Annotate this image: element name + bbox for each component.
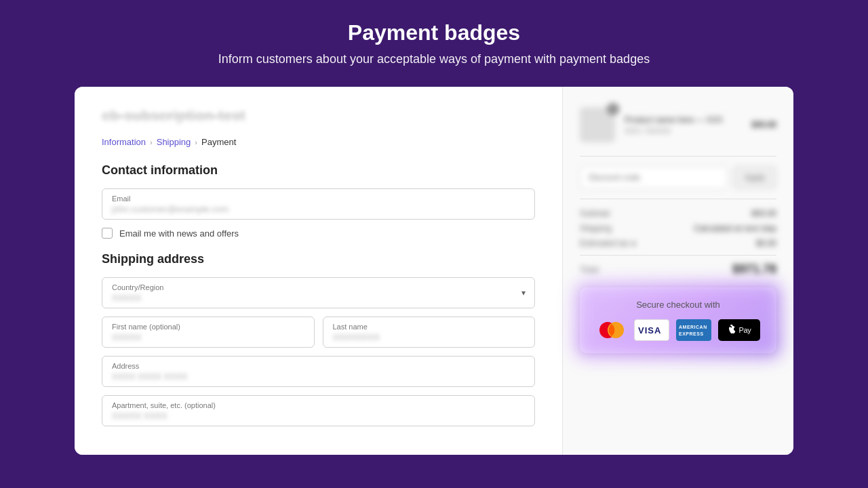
- product-sub: XXX / XXXXX: [625, 127, 742, 135]
- email-label: Email: [112, 195, 525, 203]
- svg-text:AMERICAN: AMERICAN: [679, 325, 707, 329]
- divider-1: [580, 156, 776, 157]
- apt-label: Apartment, suite, etc. (optional): [112, 401, 525, 409]
- quantity-badge: 1: [607, 103, 619, 115]
- applepay-badge: Pay: [718, 319, 760, 341]
- email-input-wrapper[interactable]: Email john.customer@example.com: [102, 188, 535, 220]
- page-header: Payment badges Inform customers about yo…: [218, 20, 650, 66]
- product-details: Product name here — XXX XXX / XXXXX: [625, 115, 742, 135]
- chevron-down-icon: ▾: [521, 288, 526, 298]
- order-summary-panel: 1 Product name here — XXX XXX / XXXXX $0…: [563, 87, 793, 455]
- shipping-section-title: Shipping address: [102, 252, 535, 266]
- breadcrumb-payment: Payment: [201, 137, 236, 147]
- country-select[interactable]: Country/Region XXXXX: [102, 277, 535, 308]
- discount-apply-button[interactable]: Apply: [733, 166, 776, 189]
- firstname-input[interactable]: First name (optional) XXXXX: [102, 317, 315, 348]
- store-name: cb-subscription-test: [102, 107, 535, 125]
- page-title: Payment badges: [218, 20, 650, 45]
- total-value: $971.78: [732, 262, 776, 277]
- tax-value: $0.00: [756, 239, 776, 248]
- apt-input[interactable]: Apartment, suite, etc. (optional) XXXXX …: [102, 395, 535, 426]
- newsletter-row: Email me with news and offers: [102, 228, 535, 239]
- product-price: $00.00: [751, 120, 776, 129]
- breadcrumb-information[interactable]: Information: [102, 137, 146, 147]
- shipping-value: Calculated at next step: [694, 224, 776, 233]
- email-group: Email john.customer@example.com: [102, 188, 535, 220]
- breadcrumb-sep-2: ›: [195, 138, 197, 146]
- address-input[interactable]: Address XXXX XXXX XXXX: [102, 356, 535, 387]
- payment-badges: VISA AMERICAN EXPRESS Pay: [593, 319, 763, 341]
- country-value: XXXXX: [112, 293, 141, 303]
- summary-tax-row: Estimated tax ● $0.00: [580, 239, 776, 248]
- subtotal-label: Subtotal: [580, 209, 610, 218]
- shipping-label: Shipping: [580, 224, 612, 233]
- discount-input[interactable]: [580, 166, 728, 189]
- lastname-label: Last name: [333, 323, 526, 331]
- divider-2: [580, 199, 776, 199]
- breadcrumb: Information › Shipping › Payment: [102, 137, 535, 147]
- product-name: Product name here — XXX: [625, 115, 742, 125]
- page-subtitle: Inform customers about your acceptable w…: [218, 52, 650, 66]
- summary-subtotal-row: Subtotal $00.00: [580, 209, 776, 218]
- address-group: Address XXXX XXXX XXXX: [102, 356, 535, 387]
- address-label: Address: [112, 362, 525, 370]
- address-value: XXXX XXXX XXXX: [112, 371, 187, 382]
- subtotal-value: $00.00: [751, 209, 776, 218]
- email-value: john.customer@example.com: [112, 204, 229, 214]
- discount-row: Apply: [580, 166, 776, 189]
- apt-value: XXXXX XXXX: [112, 411, 167, 421]
- firstname-group: First name (optional) XXXXX: [102, 317, 315, 348]
- breadcrumb-sep-1: ›: [150, 138, 153, 146]
- country-label: Country/Region: [112, 283, 525, 291]
- product-image: 1: [580, 107, 615, 142]
- firstname-label: First name (optional): [112, 323, 304, 331]
- svg-text:EXPRESS: EXPRESS: [679, 331, 704, 336]
- applepay-label: Pay: [738, 326, 751, 334]
- country-select-wrapper: Country/Region XXXXX ▾: [102, 277, 535, 308]
- breadcrumb-shipping[interactable]: Shipping: [157, 137, 191, 147]
- lastname-value: XXXXXXXX: [333, 332, 380, 342]
- secure-checkout-title: Secure checkout with: [593, 300, 763, 310]
- total-label: Total: [580, 264, 598, 274]
- main-container: cb-subscription-test Information › Shipp…: [75, 87, 793, 455]
- summary-total-row: Total $971.78: [580, 255, 776, 277]
- checkout-form-panel: cb-subscription-test Information › Shipp…: [75, 87, 563, 455]
- contact-section-title: Contact information: [102, 163, 535, 178]
- firstname-value: XXXXX: [112, 332, 141, 342]
- tax-label: Estimated tax ●: [580, 239, 636, 248]
- visa-badge: VISA: [634, 319, 669, 341]
- apt-group: Apartment, suite, etc. (optional) XXXXX …: [102, 395, 535, 426]
- svg-text:VISA: VISA: [638, 325, 661, 335]
- amex-badge: AMERICAN EXPRESS: [676, 319, 711, 341]
- name-row: First name (optional) XXXXX Last name XX…: [102, 317, 535, 356]
- newsletter-checkbox[interactable]: [102, 228, 113, 239]
- summary-shipping-row: Shipping Calculated at next step: [580, 224, 776, 233]
- newsletter-label: Email me with news and offers: [119, 228, 239, 239]
- mastercard-badge: [596, 319, 627, 341]
- order-item: 1 Product name here — XXX XXX / XXXXX $0…: [580, 107, 776, 142]
- lastname-group: Last name XXXXXXXX: [323, 317, 536, 348]
- lastname-input[interactable]: Last name XXXXXXXX: [323, 317, 536, 348]
- secure-checkout-card: Secure checkout with VISA: [580, 287, 776, 353]
